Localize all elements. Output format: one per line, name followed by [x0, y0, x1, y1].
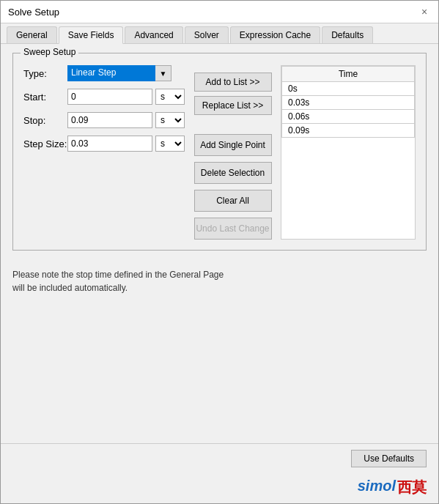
sweep-setup-group: Sweep Setup Type: Linear Step ▼ Start: — [12, 53, 427, 251]
delete-selection-button[interactable]: Delete Selection — [194, 162, 272, 184]
undo-last-change-button[interactable]: Undo Last Change — [194, 218, 272, 240]
tab-solver[interactable]: Solver — [185, 26, 229, 43]
stop-input[interactable] — [67, 112, 152, 128]
footer: Use Defaults — [1, 443, 438, 475]
title-bar: Solve Setup × — [1, 1, 438, 23]
tab-general[interactable]: General — [7, 26, 57, 43]
step-input[interactable] — [67, 136, 152, 152]
type-value[interactable]: Linear Step — [67, 65, 155, 81]
time-value: 0s — [282, 82, 415, 96]
time-column-header: Time — [282, 67, 415, 82]
branding: simol 西莫 — [1, 475, 438, 503]
note-text: Please note the stop time defined in the… — [12, 268, 427, 294]
stop-unit-select[interactable]: s — [155, 112, 185, 128]
close-button[interactable]: × — [418, 5, 431, 18]
time-table: Time 0s0.03s0.06s0.09s — [281, 66, 415, 138]
time-table-container: Time 0s0.03s0.06s0.09s — [281, 65, 416, 240]
tab-bar: General Save Fields Advanced Solver Expr… — [1, 23, 438, 44]
add-single-point-button[interactable]: Add Single Point — [194, 134, 272, 156]
type-label: Type: — [23, 68, 67, 79]
use-defaults-button[interactable]: Use Defaults — [351, 450, 427, 467]
table-row[interactable]: 0.03s — [282, 96, 415, 110]
main-content: Sweep Setup Type: Linear Step ▼ Start: — [1, 44, 438, 443]
branding-en: simol — [358, 478, 396, 497]
start-input[interactable] — [67, 89, 152, 105]
window-title: Solve Setup — [8, 7, 59, 18]
replace-list-button[interactable]: Replace List >> — [194, 96, 272, 115]
time-value: 0.09s — [282, 124, 415, 138]
type-select-wrap: Linear Step ▼ — [67, 65, 171, 81]
table-row[interactable]: 0s — [282, 82, 415, 96]
time-value: 0.03s — [282, 96, 415, 110]
start-label: Start: — [23, 92, 67, 103]
tab-advanced[interactable]: Advanced — [125, 26, 182, 43]
sweep-form: Type: Linear Step ▼ Start: s — [23, 65, 185, 240]
sweep-group-legend: Sweep Setup — [21, 47, 78, 57]
center-buttons: Add to List >> Replace List >> Add Singl… — [191, 65, 275, 240]
tab-defaults[interactable]: Defaults — [322, 26, 373, 43]
branding-zh: 西莫 — [397, 478, 427, 497]
tab-save-fields[interactable]: Save Fields — [59, 26, 124, 44]
main-window: Solve Setup × General Save Fields Advanc… — [0, 0, 439, 504]
add-to-list-button[interactable]: Add to List >> — [194, 73, 272, 92]
step-row: Step Size: s — [23, 136, 185, 152]
start-row: Start: s — [23, 89, 185, 105]
step-unit-select[interactable]: s — [155, 136, 185, 152]
stop-row: Stop: s — [23, 112, 185, 128]
note-area: Please note the stop time defined in the… — [12, 258, 427, 297]
stop-label: Stop: — [23, 115, 67, 126]
table-row[interactable]: 0.06s — [282, 110, 415, 124]
type-dropdown-button[interactable]: ▼ — [155, 65, 171, 81]
table-row[interactable]: 0.09s — [282, 124, 415, 138]
time-value: 0.06s — [282, 110, 415, 124]
step-label: Step Size: — [23, 138, 67, 149]
type-row: Type: Linear Step ▼ — [23, 65, 185, 81]
tab-expression-cache[interactable]: Expression Cache — [230, 26, 320, 43]
clear-all-button[interactable]: Clear All — [194, 190, 272, 212]
start-unit-select[interactable]: s — [155, 89, 185, 105]
